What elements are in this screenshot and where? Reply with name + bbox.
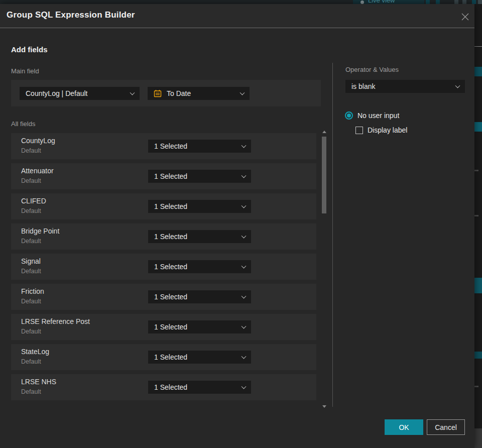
background-fragment bbox=[474, 170, 478, 171]
main-field-select-value: CountyLog | Default bbox=[26, 89, 88, 97]
screen: Live view Group SQL Expression Builder A bbox=[0, 0, 482, 448]
field-subtitle: Default bbox=[21, 298, 41, 305]
chevron-down-icon bbox=[242, 203, 247, 208]
chevron-down-icon bbox=[242, 234, 247, 239]
field-name: Bridge Point bbox=[21, 227, 59, 235]
add-fields-heading: Add fields bbox=[11, 45, 48, 54]
field-row: LRSE Reference Post Default 1 Selected bbox=[11, 314, 316, 340]
field-name: Signal bbox=[21, 257, 41, 265]
field-name: CLIFED bbox=[21, 197, 46, 205]
field-selection-value: 1 Selected bbox=[154, 263, 187, 271]
field-row: Bridge Point Default 1 Selected bbox=[11, 223, 316, 250]
field-subtitle: Default bbox=[21, 388, 41, 395]
chevron-down-icon bbox=[242, 143, 247, 148]
section-divider bbox=[332, 63, 333, 407]
field-selection-value: 1 Selected bbox=[154, 323, 187, 331]
background-fragment bbox=[474, 386, 478, 387]
field-row: CountyLog Default 1 Selected bbox=[11, 133, 316, 159]
chevron-down-icon bbox=[242, 173, 247, 178]
background-fragment bbox=[474, 278, 482, 293]
field-subtitle: Default bbox=[21, 358, 41, 365]
background-app-right-strip bbox=[474, 4, 482, 448]
operator-select[interactable]: is blank bbox=[345, 80, 465, 93]
chevron-down-icon bbox=[242, 294, 247, 299]
background-app-top-strip: Live view bbox=[0, 0, 482, 4]
field-selection-value: 1 Selected bbox=[154, 172, 187, 180]
main-field-type-select[interactable]: To Date bbox=[148, 87, 250, 100]
display-label-text: Display label bbox=[368, 126, 407, 134]
field-name: LRSE NHS bbox=[21, 378, 56, 386]
field-selection-select[interactable]: 1 Selected bbox=[148, 140, 251, 153]
field-selection-select[interactable]: 1 Selected bbox=[148, 290, 251, 303]
main-field-label: Main field bbox=[11, 67, 39, 75]
field-selection-value: 1 Selected bbox=[154, 383, 187, 391]
background-bar-icon bbox=[436, 0, 440, 4]
field-selection-select[interactable]: 1 Selected bbox=[148, 351, 251, 364]
field-name: LRSE Reference Post bbox=[21, 317, 90, 325]
scrollbar-thumb[interactable] bbox=[322, 137, 326, 213]
field-selection-value: 1 Selected bbox=[154, 202, 187, 210]
dialog-header: Group SQL Expression Builder bbox=[0, 4, 474, 28]
background-fragment bbox=[474, 352, 482, 359]
field-subtitle: Default bbox=[21, 328, 41, 335]
live-view-label: Live view bbox=[368, 0, 395, 4]
background-bar-icon bbox=[462, 0, 466, 4]
main-field-type-value: To Date bbox=[167, 89, 191, 97]
field-selection-select[interactable]: 1 Selected bbox=[148, 260, 251, 273]
background-bar-icon bbox=[472, 0, 476, 4]
background-fragment bbox=[474, 67, 482, 76]
display-label-checkbox-row[interactable]: Display label bbox=[355, 126, 407, 134]
field-selection-select[interactable]: 1 Selected bbox=[148, 170, 251, 183]
field-name: Attenuator bbox=[21, 167, 54, 175]
chevron-down-icon bbox=[242, 324, 247, 329]
calendar-icon bbox=[154, 89, 162, 97]
field-subtitle: Default bbox=[21, 177, 41, 184]
background-fragment bbox=[474, 46, 482, 47]
field-selection-value: 1 Selected bbox=[154, 353, 187, 361]
radio-button-icon[interactable] bbox=[345, 111, 353, 120]
ok-button[interactable]: OK bbox=[385, 419, 423, 435]
background-bar-icon bbox=[454, 0, 458, 4]
all-fields-list: CountyLog Default 1 Selected Attenuator … bbox=[11, 133, 316, 404]
chevron-down-icon bbox=[130, 90, 135, 95]
field-row: Signal Default 1 Selected bbox=[11, 254, 316, 280]
close-icon bbox=[461, 13, 469, 21]
checkbox-icon[interactable] bbox=[355, 127, 363, 134]
no-user-input-label: No user input bbox=[357, 111, 399, 120]
background-fragment bbox=[474, 428, 482, 448]
field-selection-select[interactable]: 1 Selected bbox=[148, 200, 251, 213]
chevron-down-icon bbox=[242, 264, 247, 269]
field-name: Friction bbox=[21, 287, 44, 295]
chevron-down-icon bbox=[240, 90, 245, 95]
no-user-input-radio-row[interactable]: No user input bbox=[345, 111, 399, 120]
field-subtitle: Default bbox=[21, 268, 41, 275]
operator-select-value: is blank bbox=[351, 82, 375, 90]
field-row: LRSE NHS Default 1 Selected bbox=[11, 374, 316, 400]
chevron-down-icon bbox=[242, 354, 247, 359]
live-view-dot-icon bbox=[360, 1, 364, 4]
background-fragment bbox=[474, 215, 478, 216]
field-row: StateLog Default 1 Selected bbox=[11, 344, 316, 370]
operator-values-label: Operator & Values bbox=[345, 66, 399, 73]
main-field-select[interactable]: CountyLog | Default bbox=[20, 87, 140, 100]
chevron-down-icon bbox=[455, 83, 460, 88]
close-button[interactable] bbox=[459, 11, 470, 22]
field-selection-value: 1 Selected bbox=[154, 233, 187, 241]
scrollbar-down-arrow-icon[interactable] bbox=[322, 405, 326, 408]
field-name: CountyLog bbox=[21, 137, 55, 145]
dialog-title: Group SQL Expression Builder bbox=[7, 10, 135, 20]
list-scrollbar[interactable] bbox=[322, 130, 327, 409]
background-bar-icon bbox=[478, 0, 482, 4]
cancel-button[interactable]: Cancel bbox=[427, 419, 465, 435]
field-selection-value: 1 Selected bbox=[154, 293, 187, 301]
field-name: StateLog bbox=[21, 348, 49, 356]
field-selection-select[interactable]: 1 Selected bbox=[148, 320, 251, 333]
field-row: CLIFED Default 1 Selected bbox=[11, 193, 316, 219]
field-selection-select[interactable]: 1 Selected bbox=[148, 230, 251, 243]
field-selection-select[interactable]: 1 Selected bbox=[148, 381, 251, 394]
chevron-down-icon bbox=[242, 384, 247, 389]
background-fragment bbox=[474, 122, 482, 132]
main-field-panel: CountyLog | Default To Date bbox=[11, 80, 321, 106]
scrollbar-up-arrow-icon[interactable] bbox=[322, 131, 326, 133]
field-subtitle: Default bbox=[21, 147, 41, 154]
